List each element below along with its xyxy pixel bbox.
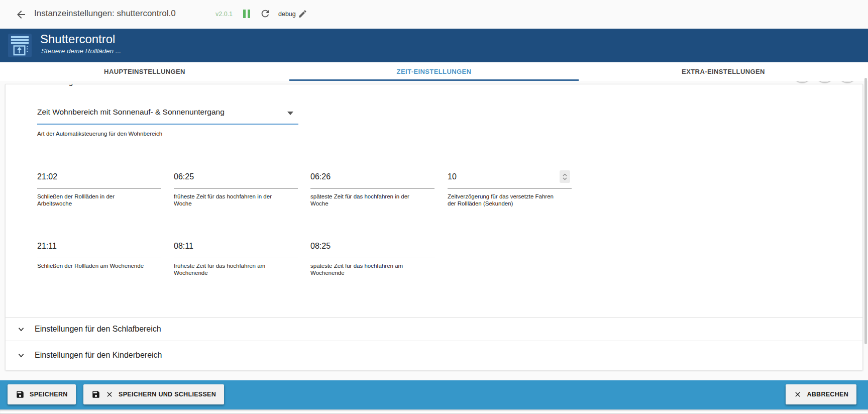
cancel-button-label: ABBRECHEN: [807, 391, 848, 398]
field-label: späteste Zeit für das hochfahren am Woch…: [310, 262, 418, 277]
wohnbereich-section-heading: Einstellungen für den Wohnbereich: [34, 84, 159, 86]
stepper-up-icon: [563, 173, 567, 176]
edit-log-level-button[interactable]: [298, 9, 307, 19]
active-tab-indicator: [289, 79, 579, 81]
adapter-version: v2.0.1: [215, 11, 233, 18]
tab-haupteinstellungen[interactable]: HAUPTEINSTELLUNGEN: [0, 62, 289, 81]
tab-extra-einstellungen[interactable]: EXTRA-EINSTELLUNGEN: [579, 62, 868, 81]
field-close-weekend[interactable]: 21:11 Schließen der Rollläden am Wochene…: [37, 242, 163, 269]
restart-instance-button[interactable]: [260, 8, 271, 19]
settings-card: Einstellungen für den Wohnbereich Zeit W…: [5, 84, 863, 370]
cancel-button[interactable]: ABBRECHEN: [786, 384, 856, 404]
tab-zeit-einstellungen[interactable]: ZEIT-EINSTELLUNGEN: [289, 62, 579, 81]
field-earliest-up-weekend[interactable]: 08:11 früheste Zeit für das hochfahren a…: [174, 242, 299, 277]
automatic-mode-select[interactable]: Zeit Wohnbereich mit Sonnenauf- & Sonnen…: [37, 104, 298, 125]
adapter-title: Shuttercontrol: [40, 32, 115, 46]
log-level-value: debug: [278, 11, 296, 18]
field-label: Schließen der Rollläden am Wochenende: [37, 262, 145, 269]
close-icon: [794, 390, 802, 398]
bottom-strip: [0, 409, 868, 414]
save-and-close-button-label: SPEICHERN UND SCHLIESSEN: [119, 391, 216, 398]
save-and-close-button[interactable]: SPEICHERN UND SCHLIESSEN: [83, 384, 224, 404]
field-label: späteste Zeit für das hochfahren in der …: [310, 193, 418, 208]
instance-settings-page: Instanzeinstellungen: shuttercontrol.0 v…: [0, 0, 868, 414]
section-label: Einstellungen für den Schlafbereich: [35, 325, 161, 334]
number-stepper[interactable]: [560, 170, 570, 183]
field-earliest-up-week[interactable]: 06:25 früheste Zeit für das hochfahren i…: [174, 172, 299, 208]
section-label: Einstellungen für den Kinderbereich: [35, 351, 162, 360]
adapter-header: Shuttercontrol Steuere deine Rollläden .…: [0, 29, 868, 62]
shuttercontrol-logo-icon: [8, 34, 32, 57]
section-kinderbereich[interactable]: Einstellungen für den Kinderbereich: [6, 341, 863, 369]
field-label: Schließen der Rollläden in der Arbeitswo…: [37, 193, 145, 208]
chevron-down-icon: [17, 325, 26, 334]
close-icon: [105, 390, 114, 398]
top-bar: Instanzeinstellungen: shuttercontrol.0 v…: [0, 0, 868, 29]
save-icon: [91, 390, 100, 399]
save-button-label: SPEICHERN: [30, 391, 68, 398]
automatic-mode-value: Zeit Wohnbereich mit Sonnenauf- & Sonnen…: [37, 104, 298, 124]
back-button[interactable]: [15, 9, 27, 21]
pause-icon: [243, 10, 246, 18]
select-underline: [37, 124, 298, 125]
pencil-icon: [298, 9, 307, 19]
field-latest-up-week[interactable]: 06:26 späteste Zeit für das hochfahren i…: [310, 172, 436, 208]
field-label: Zeitverzögerung für das versetzte Fahren…: [448, 193, 561, 208]
time-value[interactable]: 08:25: [310, 242, 436, 252]
adapter-subtitle: Steuere deine Rollläden ...: [41, 47, 121, 55]
arrow-back-icon: [15, 9, 27, 21]
time-value[interactable]: 06:26: [310, 172, 436, 182]
settings-tabbar: HAUPTEINSTELLUNGEN ZEIT-EINSTELLUNGEN EX…: [0, 62, 868, 81]
field-close-workweek[interactable]: 21:02 Schließen der Rollläden in der Arb…: [37, 172, 163, 208]
save-button[interactable]: SPEICHERN: [8, 384, 76, 404]
field-label: früheste Zeit für das hochfahren am Woch…: [174, 262, 282, 277]
pause-instance-button[interactable]: [243, 10, 251, 18]
page-title: Instanzeinstellungen: shuttercontrol.0: [34, 9, 176, 19]
number-value[interactable]: 10: [448, 172, 573, 182]
dropdown-caret-icon: [287, 112, 293, 115]
time-value[interactable]: 21:02: [37, 172, 163, 182]
field-delay-seconds[interactable]: 10 Zeitverzögerung für das versetzte Fah…: [448, 172, 573, 208]
time-value[interactable]: 08:11: [174, 242, 299, 252]
footer-bar: SPEICHERN SPEICHERN UND SCHLIESSEN ABBRE…: [0, 380, 868, 409]
field-latest-up-weekend[interactable]: 08:25 späteste Zeit für das hochfahren a…: [310, 242, 436, 277]
chevron-down-icon: [17, 351, 26, 360]
vertical-scrollbar-thumb[interactable]: [864, 78, 867, 344]
automatic-mode-helper: Art der Automatiksteuerung für den Wohnb…: [37, 131, 162, 137]
stepper-down-icon: [563, 177, 567, 180]
field-label: früheste Zeit für das hochfahren in der …: [174, 193, 282, 208]
section-schlafbereich[interactable]: Einstellungen für den Schlafbereich: [6, 317, 863, 341]
time-value[interactable]: 21:11: [37, 242, 163, 252]
refresh-icon: [260, 8, 271, 19]
time-value[interactable]: 06:25: [174, 172, 299, 182]
save-icon: [16, 390, 25, 399]
